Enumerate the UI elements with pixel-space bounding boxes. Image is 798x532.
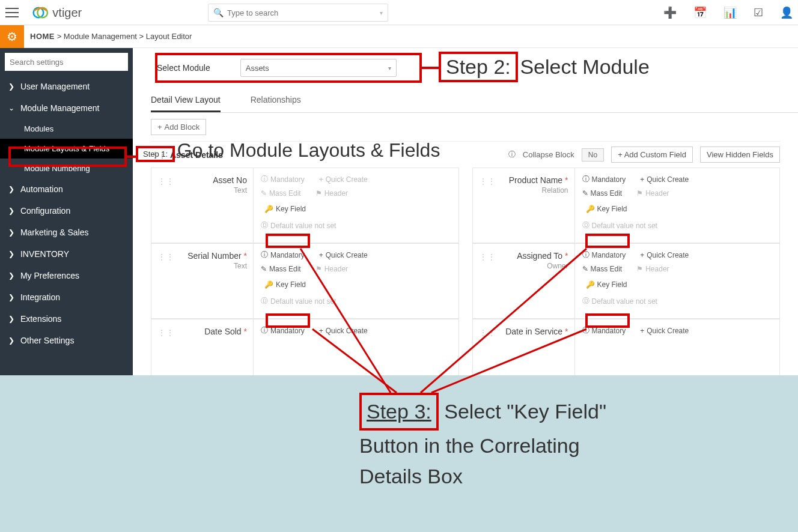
sidebar-item-module-management[interactable]: ⌄ Module Management [0,97,133,119]
fields-grid: ⋮⋮ Asset No Text ⓘMandatory +Quick Creat… [151,168,780,394]
chart-icon[interactable]: 📊 [723,6,737,19]
module-select-dropdown[interactable]: Assets ▾ [240,59,397,77]
sidebar-item-my-preferences[interactable]: ❯ My Preferences [0,265,133,286]
default-icon: Ⓓ [582,296,589,306]
sidebar-item-other-settings[interactable]: ❯ Other Settings [0,330,133,351]
mandatory-toggle[interactable]: ⓘMandatory [582,325,626,336]
mass-edit-toggle[interactable]: ✎Mass Edit [582,265,623,273]
drag-handle-icon[interactable]: ⋮⋮ [157,177,174,186]
sidebar-item-label: INVENTORY [20,249,69,259]
search-icon: 🔍 [213,8,224,17]
header-toggle[interactable]: ⚑Header [636,265,669,273]
sidebar-item-automation[interactable]: ❯ Automation [0,178,133,200]
main-content: Select Module Assets ▾ Detail View Layou… [133,48,798,394]
global-search[interactable]: 🔍 ▾ [208,4,388,22]
sidebar-item-user-management[interactable]: ❯ User Management [0,76,133,97]
sidebar-item-label: User Management [20,82,90,91]
gear-icon: ⚙ [7,29,17,44]
add-icon[interactable]: ➕ [663,6,677,19]
edit-icon: ✎ [261,189,267,198]
mandatory-toggle[interactable]: ⓘMandatory [582,174,626,184]
calendar-icon[interactable]: 📅 [693,6,707,19]
chevron-down-icon: ⌄ [8,104,18,112]
breadcrumb-home[interactable]: HOME [30,32,55,41]
mandatory-toggle[interactable]: ⓘMandatory [261,325,305,336]
sidebar-item-label: Module Management [20,103,100,113]
mandatory-toggle[interactable]: ⓘMandatory [582,250,626,260]
search-input[interactable] [227,8,380,17]
sidebar-item-label: Integration [20,292,60,302]
drag-handle-icon[interactable]: ⋮⋮ [479,252,496,262]
plus-icon: + [157,122,162,131]
hamburger-menu[interactable] [0,0,24,25]
chevron-down-icon[interactable]: ▾ [380,10,383,16]
user-icon[interactable]: 👤 [780,6,793,19]
field-card: ⋮⋮ Asset No Text ⓘMandatory +Quick Creat… [151,168,459,243]
mass-edit-toggle[interactable]: ✎Mass Edit [261,265,301,273]
sidebar-sub-module-layouts[interactable]: Module Layouts & Fields [0,139,133,159]
mass-edit-toggle[interactable]: ✎Mass Edit [261,189,301,198]
field-right: ⓘMandatory +Quick Create ✎Mass Edit ⚑Hea… [575,244,780,318]
field-left: ⋮⋮ Assigned To * Owner [473,244,575,318]
tab-detail-view-layout[interactable]: Detail View Layout [151,89,221,112]
add-block-button[interactable]: +Add Block [151,119,206,135]
quick-create-toggle[interactable]: +Quick Create [640,174,689,184]
field-type: Text [157,186,247,195]
chevron-right-icon: ❯ [8,185,18,193]
drag-handle-icon[interactable]: ⋮⋮ [479,328,496,337]
sidebar-item-integration[interactable]: ❯ Integration [0,286,133,308]
field-left: ⋮⋮ Product Name * Relation [473,168,575,243]
key-field-button[interactable]: 🔑Key Field [261,202,309,216]
annotation-step3-label: Step 3: [367,400,431,423]
sidebar-search-input[interactable] [5,53,128,71]
info-icon: ⓘ [582,325,589,336]
sidebar-item-extensions[interactable]: ❯ Extensions [0,308,133,330]
sidebar-sub-modules[interactable]: Modules [0,119,133,139]
sidebar-item-configuration[interactable]: ❯ Configuration [0,200,133,222]
edit-icon: ✎ [261,265,267,273]
header-toggle[interactable]: ⚑Header [315,189,348,198]
sidebar-item-inventory[interactable]: ❯ INVENTORY [0,243,133,265]
info-icon: ⓘ [261,325,268,336]
quick-create-toggle[interactable]: +Quick Create [640,250,689,260]
info-icon: ⓘ [582,174,589,184]
hamburger-icon [5,8,19,17]
quick-create-toggle[interactable]: +Quick Create [319,250,368,260]
field-type: Owner [479,262,568,270]
flag-icon: ⚑ [636,189,643,198]
breadcrumb-module-mgmt[interactable]: Module Management [64,32,137,41]
vtiger-logo[interactable]: vtiger [26,4,117,22]
tab-relationships[interactable]: Relationships [251,89,301,112]
settings-sidebar: ❯ User Management ⌄ Module Management Mo… [0,48,133,376]
view-hidden-fields-button[interactable]: View Hidden Fields [700,147,780,163]
quick-create-toggle[interactable]: +Quick Create [640,325,689,336]
check-icon[interactable]: ☑ [754,6,763,19]
collapse-toggle[interactable]: No [582,148,604,162]
drag-handle-icon[interactable]: ⋮⋮ [479,177,496,186]
drag-handle-icon[interactable]: ⋮⋮ [157,252,174,262]
mandatory-toggle[interactable]: ⓘMandatory [261,250,305,260]
sidebar-sub-module-numbering[interactable]: Module Numbering [0,159,133,178]
drag-handle-icon[interactable]: ⋮⋮ [157,328,174,337]
annotation-step2: Step 2: Select Module [439,52,650,82]
chevron-right-icon: ❯ [8,315,18,323]
add-custom-field-button[interactable]: + Add Custom Field [611,147,693,163]
quick-create-toggle[interactable]: +Quick Create [319,325,368,336]
mandatory-toggle[interactable]: ⓘMandatory [261,174,305,184]
chevron-right-icon: > [57,32,62,41]
add-custom-field-label: Add Custom Field [624,150,686,159]
annotation-step2-label: Step 2: [446,55,511,78]
chevron-right-icon: ❯ [8,207,18,215]
key-field-button[interactable]: 🔑Key Field [582,202,631,216]
key-field-button[interactable]: 🔑Key Field [582,278,631,291]
add-block-label: Add Block [165,122,200,131]
quick-create-toggle[interactable]: +Quick Create [319,174,368,184]
key-field-button[interactable]: 🔑Key Field [261,278,309,291]
plus-icon: + [640,175,644,184]
settings-gear-button[interactable]: ⚙ [0,25,24,48]
field-right: ⓘMandatory +Quick Create ✎Mass Edit ⚑Hea… [254,244,458,318]
header-toggle[interactable]: ⚑Header [636,189,669,198]
mass-edit-toggle[interactable]: ✎Mass Edit [582,189,623,198]
header-toggle[interactable]: ⚑Header [315,265,348,273]
sidebar-item-marketing-sales[interactable]: ❯ Marketing & Sales [0,222,133,243]
